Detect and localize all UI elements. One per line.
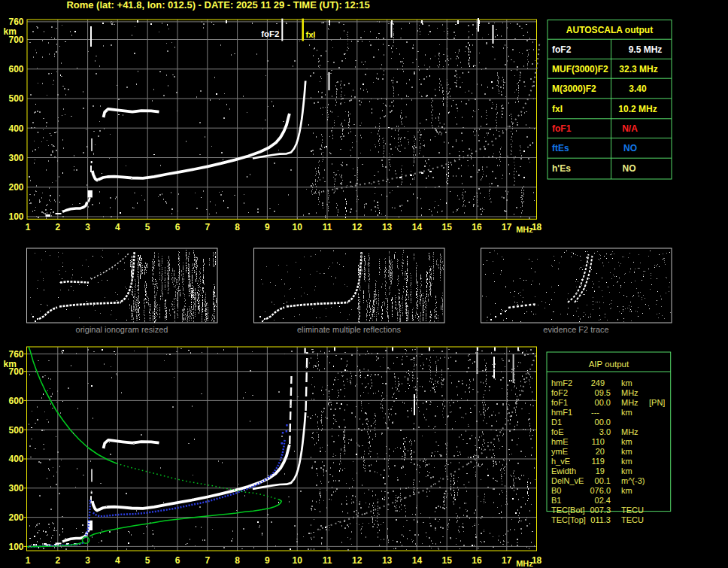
svg-text:13: 13 — [382, 555, 393, 566]
svg-text:ymE: ymE — [551, 447, 568, 456]
svg-text:foE: foE — [551, 427, 564, 436]
svg-text:300: 300 — [8, 483, 23, 494]
svg-text:km: km — [621, 378, 632, 387]
svg-text:B1: B1 — [551, 496, 561, 505]
svg-text:NO: NO — [623, 163, 636, 174]
svg-text:km: km — [621, 466, 632, 475]
svg-text:11: 11 — [323, 222, 332, 232]
svg-text:076.0: 076.0 — [590, 486, 611, 495]
svg-text:3: 3 — [85, 222, 90, 232]
svg-text:5: 5 — [145, 222, 150, 232]
svg-text:NO: NO — [623, 143, 637, 153]
svg-text:MHz: MHz — [516, 225, 533, 234]
svg-text:600: 600 — [8, 64, 23, 74]
svg-text:15: 15 — [442, 555, 453, 566]
svg-text:original ionogram resized: original ionogram resized — [76, 325, 168, 334]
svg-text:4: 4 — [115, 222, 120, 232]
svg-text:ftEs: ftEs — [552, 143, 569, 153]
svg-text:249: 249 — [591, 378, 605, 387]
svg-text:km: km — [621, 447, 632, 456]
svg-text:18: 18 — [532, 555, 542, 566]
svg-text:Ewidth: Ewidth — [551, 466, 576, 475]
svg-text:15: 15 — [442, 222, 453, 232]
svg-text:km: km — [621, 437, 632, 446]
svg-text:5: 5 — [145, 555, 150, 566]
svg-text:300: 300 — [8, 153, 23, 163]
svg-text:3.0: 3.0 — [599, 427, 611, 436]
svg-text:foF2: foF2 — [551, 388, 568, 397]
svg-text:DelN_vE: DelN_vE — [551, 476, 584, 485]
svg-text:Rome (lat: +41.8, lon: 012.5): Rome (lat: +41.8, lon: 012.5) - DATE: 20… — [66, 0, 369, 11]
svg-text:foF2: foF2 — [552, 44, 572, 55]
svg-text:4: 4 — [115, 555, 120, 566]
svg-text:MHz: MHz — [621, 427, 639, 436]
svg-text:1: 1 — [26, 555, 31, 566]
svg-text:20: 20 — [596, 447, 605, 456]
svg-text:MHz: MHz — [516, 559, 533, 568]
svg-text:3.40: 3.40 — [629, 84, 647, 94]
svg-text:007.3: 007.3 — [590, 506, 611, 515]
svg-text:hmF1: hmF1 — [551, 408, 572, 417]
svg-text:hmF2: hmF2 — [551, 378, 572, 387]
svg-text:AIP output: AIP output — [589, 360, 629, 369]
svg-text:16: 16 — [472, 222, 482, 232]
svg-text:fxI: fxI — [552, 104, 563, 114]
svg-text:16: 16 — [472, 555, 482, 566]
svg-text:02.4: 02.4 — [595, 496, 611, 505]
svg-text:TECU: TECU — [621, 515, 644, 524]
svg-text:MUF(3000)F2: MUF(3000)F2 — [552, 64, 608, 74]
svg-text:119: 119 — [591, 457, 605, 466]
svg-text:1: 1 — [26, 222, 31, 232]
svg-text:8: 8 — [235, 555, 240, 566]
svg-text:19: 19 — [596, 466, 605, 475]
svg-text:D1: D1 — [551, 418, 562, 427]
svg-text:2: 2 — [55, 555, 60, 566]
svg-text:100: 100 — [8, 211, 23, 222]
svg-text:18: 18 — [532, 222, 542, 232]
svg-text:6: 6 — [175, 222, 180, 232]
svg-text:TEC[Top]: TEC[Top] — [551, 515, 586, 524]
svg-text:km: km — [4, 26, 17, 37]
svg-text:foF2: foF2 — [261, 29, 279, 38]
svg-text:14: 14 — [412, 222, 423, 232]
svg-text:00.1: 00.1 — [595, 476, 611, 485]
svg-text:TEC[Bot]: TEC[Bot] — [551, 506, 585, 515]
svg-text:m^(-3): m^(-3) — [621, 476, 645, 485]
svg-text:3: 3 — [85, 555, 90, 566]
svg-text:7: 7 — [205, 222, 210, 232]
svg-text:00.0: 00.0 — [595, 398, 611, 407]
svg-text:km: km — [621, 408, 632, 417]
svg-text:400: 400 — [8, 123, 23, 134]
svg-text:17: 17 — [502, 555, 512, 566]
svg-text:00.0: 00.0 — [595, 418, 611, 427]
svg-text:7: 7 — [205, 555, 210, 566]
svg-text:32.3 MHz: 32.3 MHz — [619, 64, 657, 74]
svg-text:10: 10 — [293, 222, 303, 232]
svg-text:200: 200 — [8, 512, 23, 523]
svg-text:foF1: foF1 — [552, 123, 572, 134]
svg-text:10.2 MHz: 10.2 MHz — [618, 104, 657, 114]
svg-text:[PN]: [PN] — [649, 398, 665, 407]
svg-text:TECU: TECU — [621, 506, 644, 515]
svg-text:13: 13 — [382, 222, 393, 232]
svg-text:110: 110 — [591, 437, 605, 446]
svg-text:400: 400 — [8, 454, 23, 464]
svg-text:600: 600 — [8, 396, 23, 406]
svg-text:12: 12 — [352, 222, 362, 232]
svg-text:500: 500 — [8, 425, 23, 436]
svg-text:h'Es: h'Es — [552, 163, 571, 174]
svg-text:14: 14 — [412, 555, 423, 566]
svg-text:17: 17 — [502, 222, 512, 232]
svg-text:B0: B0 — [551, 486, 561, 495]
svg-text:2: 2 — [55, 222, 60, 232]
svg-text:km: km — [621, 457, 632, 466]
svg-text:500: 500 — [8, 93, 23, 104]
svg-text:M(3000)F2: M(3000)F2 — [552, 84, 596, 94]
svg-text:6: 6 — [175, 555, 180, 566]
svg-text:9: 9 — [265, 222, 270, 232]
svg-text:09.5: 09.5 — [595, 388, 611, 397]
svg-text:km: km — [4, 359, 17, 369]
svg-text:foF1: foF1 — [551, 398, 568, 407]
svg-text:8: 8 — [235, 222, 240, 232]
svg-text:km: km — [621, 486, 632, 495]
